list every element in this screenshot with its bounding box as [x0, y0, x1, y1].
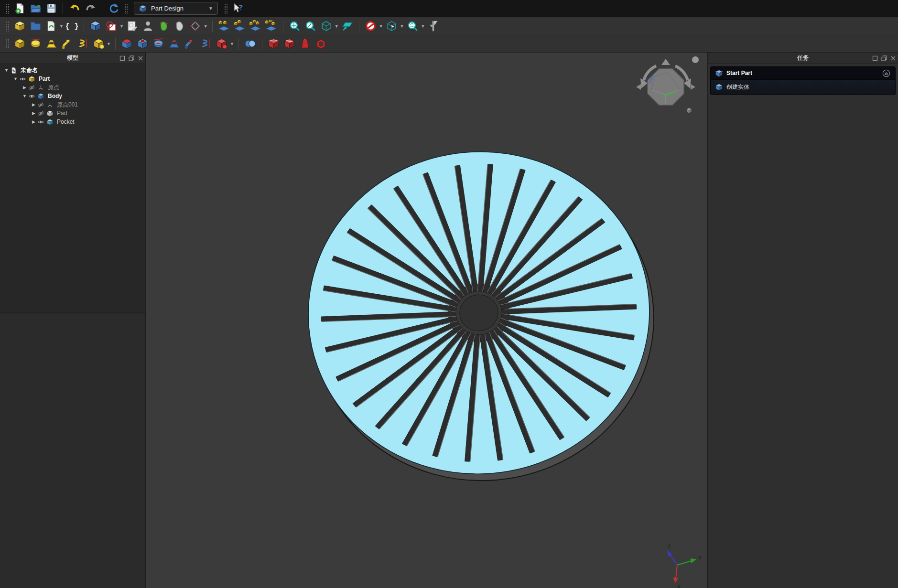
fillet-button[interactable] — [267, 37, 281, 51]
draw-style-button[interactable] — [406, 19, 420, 33]
chevron-down-icon[interactable]: ▼ — [107, 42, 111, 46]
save-button[interactable] — [44, 1, 58, 16]
toolbar-grip[interactable] — [6, 3, 9, 14]
task-item-create-solid[interactable]: 创建实体 — [711, 80, 895, 95]
navcube-right-arrow[interactable] — [691, 84, 695, 90]
navigation-cube[interactable] — [636, 56, 699, 113]
create-datum-button[interactable] — [188, 19, 203, 33]
pocket-button[interactable] — [120, 37, 134, 51]
panel-close-button[interactable] — [137, 55, 144, 62]
selection-view-button[interactable] — [385, 19, 399, 33]
start-part-header[interactable]: Start Part — [711, 67, 895, 80]
visibility-on-icon[interactable] — [19, 75, 28, 83]
collapse-arrow-icon[interactable]: ▼ — [21, 94, 28, 98]
toolbar-grip[interactable] — [6, 21, 9, 32]
visibility-off-icon[interactable] — [37, 101, 46, 108]
additive-primitive-button[interactable] — [91, 37, 106, 51]
visibility-off-icon[interactable] — [28, 84, 37, 91]
tree-item-Pad[interactable]: ▶Pad — [0, 109, 145, 118]
chevron-down-icon[interactable]: ▼ — [230, 42, 234, 46]
visibility-off-icon[interactable] — [37, 110, 46, 117]
chamfer-button[interactable] — [282, 37, 297, 51]
toolbar-grip[interactable] — [124, 3, 128, 14]
linear-pattern-button[interactable] — [233, 19, 247, 33]
tree-item-Pocket[interactable]: ▶Pocket — [0, 118, 145, 126]
expression-editor-button[interactable]: { } — [65, 19, 79, 33]
thickness-button[interactable] — [314, 37, 328, 51]
panel-float-button[interactable] — [881, 55, 887, 62]
collapse-arrow-icon[interactable]: ▼ — [3, 68, 10, 73]
chevron-down-icon[interactable]: ▼ — [421, 24, 425, 29]
chevron-down-icon[interactable]: ▼ — [204, 24, 208, 29]
tree-item-Part[interactable]: ▼Part — [0, 75, 145, 83]
expand-arrow-icon[interactable]: ▶ — [21, 85, 28, 90]
revolution-button[interactable] — [28, 37, 43, 51]
groove-button[interactable] — [151, 37, 166, 51]
tree-item-原点[interactable]: ▶原点 — [0, 83, 145, 92]
refine-shape-button[interactable] — [173, 19, 187, 33]
additive-loft-button[interactable] — [44, 37, 58, 51]
expand-arrow-icon[interactable]: ▶ — [30, 102, 37, 107]
check-geometry-button[interactable] — [157, 19, 171, 33]
chevron-down-icon[interactable]: ▼ — [59, 24, 64, 29]
tree-item-原点001[interactable]: ▶原点001 — [0, 100, 145, 109]
chevron-down-icon[interactable]: ▼ — [119, 24, 124, 29]
create-body-button[interactable] — [88, 19, 103, 33]
panel-close-button[interactable] — [890, 55, 897, 62]
draft-button[interactable] — [298, 37, 313, 51]
3d-scene[interactable]: ZYX — [146, 53, 707, 588]
additive-pipe-button[interactable] — [60, 37, 74, 51]
fit-all-button[interactable] — [288, 19, 302, 33]
clipping-plane-button[interactable] — [364, 19, 378, 33]
navcube-up-arrow[interactable] — [661, 59, 670, 65]
subtractive-loft-button[interactable] — [167, 37, 182, 51]
toolbar-grip[interactable] — [224, 3, 227, 14]
fit-selection-button[interactable] — [303, 19, 318, 33]
visibility-on-icon[interactable] — [28, 93, 37, 100]
undo-button[interactable] — [67, 1, 82, 16]
subtractive-primitive-button[interactable] — [215, 37, 229, 51]
collapse-arrow-icon[interactable]: ▼ — [12, 76, 19, 81]
isometric-view-button[interactable] — [319, 19, 334, 33]
polar-pattern-button[interactable] — [249, 19, 263, 33]
panel-restore-button[interactable] — [119, 55, 126, 62]
align-to-selection-button[interactable] — [340, 19, 355, 33]
expand-arrow-icon[interactable]: ▶ — [30, 119, 37, 124]
navcube-mini-cube[interactable] — [687, 108, 692, 113]
navcube-menu-dot[interactable] — [692, 56, 699, 63]
subtractive-pipe-button[interactable] — [183, 37, 197, 51]
chevron-down-icon[interactable]: ▼ — [379, 24, 383, 29]
chevron-down-icon[interactable]: ▼ — [335, 24, 339, 29]
create-group-button[interactable] — [28, 19, 43, 33]
collapse-section-button[interactable] — [882, 69, 891, 78]
chevron-down-icon[interactable]: ▼ — [400, 24, 404, 29]
expand-arrow-icon[interactable]: ▶ — [30, 111, 37, 116]
create-part-button[interactable] — [12, 19, 27, 33]
refresh-button[interactable] — [107, 1, 121, 16]
create-sketch-button[interactable] — [104, 19, 119, 33]
navcube-left-arrow[interactable] — [636, 84, 641, 90]
pad-button[interactable] — [12, 37, 27, 51]
make-link-button[interactable] — [44, 19, 58, 33]
validate-sketch-button[interactable] — [141, 19, 155, 33]
panel-restore-button[interactable] — [872, 55, 878, 62]
whats-this-button[interactable]: ? — [231, 1, 245, 16]
panel-float-button[interactable] — [128, 55, 135, 62]
open-file-button[interactable] — [28, 1, 43, 16]
mirrored-feature-button[interactable] — [217, 19, 231, 33]
visibility-on-icon[interactable] — [37, 118, 46, 126]
tree-item-未命名[interactable]: ▼未命名 — [0, 66, 145, 75]
new-file-button[interactable] — [12, 1, 27, 16]
edit-sketch-button[interactable] — [125, 19, 140, 33]
subtractive-helix-button[interactable] — [199, 37, 213, 51]
hole-button[interactable] — [136, 37, 150, 51]
redo-button[interactable] — [83, 1, 97, 16]
toolbar-grip[interactable] — [6, 39, 9, 49]
boolean-operation-button[interactable] — [243, 37, 258, 51]
workbench-selector[interactable]: Part Design ▼ — [134, 2, 218, 15]
additive-helix-button[interactable] — [76, 37, 90, 51]
3d-viewport[interactable]: ZYX — [146, 53, 707, 588]
measure-button[interactable] — [426, 19, 441, 33]
multi-transform-button[interactable] — [264, 19, 279, 33]
tree-item-Body[interactable]: ▼Body — [0, 92, 145, 100]
